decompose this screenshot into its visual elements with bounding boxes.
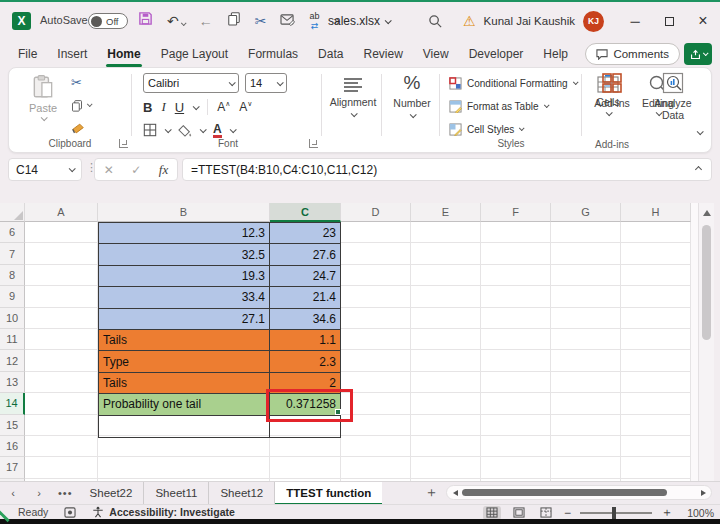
tab-developer[interactable]: Developer [459, 42, 534, 66]
col-header-b[interactable]: B [98, 203, 270, 222]
sheet-tab-sheet12[interactable]: Sheet12 [209, 482, 275, 505]
formula-input[interactable]: =TTEST(B4:B10,C4:C10,C11,C12) [182, 158, 712, 181]
zoom-slider-thumb[interactable] [612, 507, 616, 519]
row-header-6[interactable]: 6 [0, 222, 25, 243]
grow-font-button[interactable]: A∧ [217, 100, 230, 114]
cell-styles-button[interactable]: Cell Styles [449, 119, 523, 139]
underline-dropdown-icon[interactable] [193, 103, 200, 110]
number-group-button[interactable]: % Number [385, 68, 439, 152]
fill-color-icon[interactable] [178, 124, 192, 137]
copy-button[interactable] [71, 97, 91, 113]
cell-B9[interactable]: 33.4 [99, 287, 270, 307]
row-header-12[interactable]: 12 [0, 350, 25, 371]
zoom-level[interactable]: 100% [682, 507, 714, 519]
cut-scissors-icon[interactable]: ✂ [255, 10, 267, 32]
row-header-7[interactable]: 7 [0, 243, 25, 264]
font-name-select[interactable]: Calibri [143, 73, 239, 93]
macro-record-button[interactable] [64, 507, 76, 518]
search-icon[interactable] [428, 14, 443, 33]
enter-check-icon[interactable]: ✓ [131, 163, 141, 177]
fill-handle[interactable] [335, 409, 341, 415]
alignment-group-button[interactable]: Alignment [325, 68, 381, 152]
vertical-scroll-thumb[interactable] [702, 225, 711, 340]
select-all-corner[interactable] [0, 203, 25, 222]
tab-home[interactable]: Home [97, 42, 150, 66]
email-icon[interactable] [280, 10, 295, 32]
vertical-scrollbar[interactable] [698, 203, 714, 481]
share-button[interactable] [684, 43, 712, 65]
expand-formula-bar-icon[interactable] [695, 166, 702, 173]
minimize-button[interactable]: ─ [618, 2, 652, 40]
zoom-out-button[interactable]: − [564, 506, 571, 520]
translate-icon[interactable]: ab⇄ [309, 11, 319, 31]
copy-icon[interactable] [227, 10, 241, 32]
scroll-right-icon[interactable] [701, 490, 706, 496]
cell-B6[interactable]: 12.3 [99, 223, 270, 243]
close-button[interactable]: × [686, 2, 720, 40]
sheet-tab-sheet22[interactable]: Sheet22 [79, 482, 145, 505]
cell-C7[interactable]: 27.6 [270, 244, 340, 264]
font-size-select[interactable]: 14 [245, 73, 287, 93]
col-header-f[interactable]: F [481, 203, 551, 222]
sheet-nav-left-icon[interactable]: ‹ [0, 487, 26, 499]
italic-button[interactable]: I [161, 99, 165, 115]
tab-file[interactable]: File [8, 42, 47, 66]
insert-function-icon[interactable]: fx [159, 162, 168, 178]
cut-button[interactable]: ✂ [71, 74, 91, 90]
cell-B10[interactable]: 27.1 [99, 309, 270, 329]
cell-B7[interactable]: 32.5 [99, 244, 270, 264]
font-color-icon[interactable]: A [213, 123, 222, 138]
user-name[interactable]: Kunal Jai Kaushik [484, 15, 575, 27]
fill-color-dropdown-icon[interactable] [200, 126, 207, 133]
borders-icon[interactable] [143, 123, 157, 137]
scroll-up-icon[interactable] [703, 210, 711, 216]
paste-button[interactable]: Paste [23, 74, 63, 121]
col-header-h[interactable]: H [621, 203, 691, 222]
page-break-view-button[interactable] [537, 506, 555, 520]
format-as-table-button[interactable]: Format as Table [449, 96, 548, 116]
tab-review[interactable]: Review [353, 42, 412, 66]
undo-icon[interactable]: ↶ [167, 10, 185, 32]
row-header-15[interactable]: 15 [0, 415, 25, 436]
back-arrow-icon[interactable]: ← [199, 10, 213, 32]
cell-C6[interactable]: 23 [270, 223, 340, 243]
tab-view[interactable]: View [413, 42, 459, 66]
collapse-ribbon-icon[interactable] [697, 128, 704, 135]
normal-view-button[interactable] [483, 506, 501, 520]
tab-data[interactable]: Data [308, 42, 353, 66]
warning-icon[interactable]: ⚠ [463, 13, 476, 29]
editing-group-button[interactable]: Editing [633, 68, 683, 152]
font-color-dropdown-icon[interactable] [229, 126, 236, 133]
row-header-17[interactable]: 17 [0, 457, 25, 478]
accessibility-status[interactable]: Accessibility: Investigate [92, 506, 234, 518]
save-icon[interactable] [138, 10, 153, 32]
row-header-13[interactable]: 13 [0, 372, 25, 393]
cell-C8[interactable]: 24.7 [270, 266, 340, 286]
cell-B8[interactable]: 19.3 [99, 266, 270, 286]
cell-C11[interactable]: 1.1 [270, 330, 340, 350]
sheet-nav-right-icon[interactable]: › [26, 487, 52, 499]
cell-B13[interactable]: Tails [99, 373, 270, 393]
cell-C9[interactable]: 21.4 [270, 287, 340, 307]
new-sheet-button[interactable]: ＋ [424, 484, 438, 502]
zoom-slider[interactable] [580, 512, 652, 514]
row-header-16[interactable]: 16 [0, 436, 25, 457]
row-header-8[interactable]: 8 [0, 265, 25, 286]
borders-dropdown-icon[interactable] [165, 126, 172, 133]
col-header-c[interactable]: C [270, 203, 341, 222]
cell-B15[interactable] [99, 416, 270, 437]
scroll-left-icon[interactable] [453, 490, 458, 496]
autosave-toggle[interactable]: Off [88, 13, 128, 29]
tab-help[interactable]: Help [533, 42, 578, 66]
horizontal-scrollbar[interactable] [446, 485, 712, 500]
col-header-a[interactable]: A [25, 203, 98, 222]
col-header-g[interactable]: G [551, 203, 621, 222]
page-layout-view-button[interactable] [510, 506, 528, 520]
row-header-11[interactable]: 11 [0, 329, 25, 350]
excel-logo-icon[interactable]: X [12, 12, 31, 30]
font-dialog-launcher-icon[interactable] [309, 139, 318, 148]
sheet-more-icon[interactable]: ••• [58, 487, 73, 499]
tab-page-layout[interactable]: Page Layout [151, 42, 238, 66]
cells-group-button[interactable]: Cells [585, 68, 631, 152]
sheet-tab-sheet11[interactable]: Sheet11 [144, 482, 209, 505]
